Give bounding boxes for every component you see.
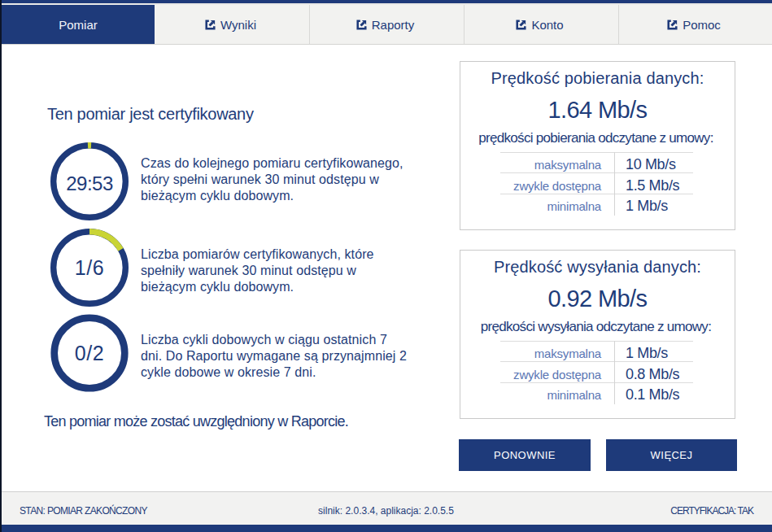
svg-text:29:53: 29:53 bbox=[66, 172, 113, 194]
svg-text:0/2: 0/2 bbox=[75, 342, 104, 364]
svg-text:1/6: 1/6 bbox=[75, 256, 104, 279]
